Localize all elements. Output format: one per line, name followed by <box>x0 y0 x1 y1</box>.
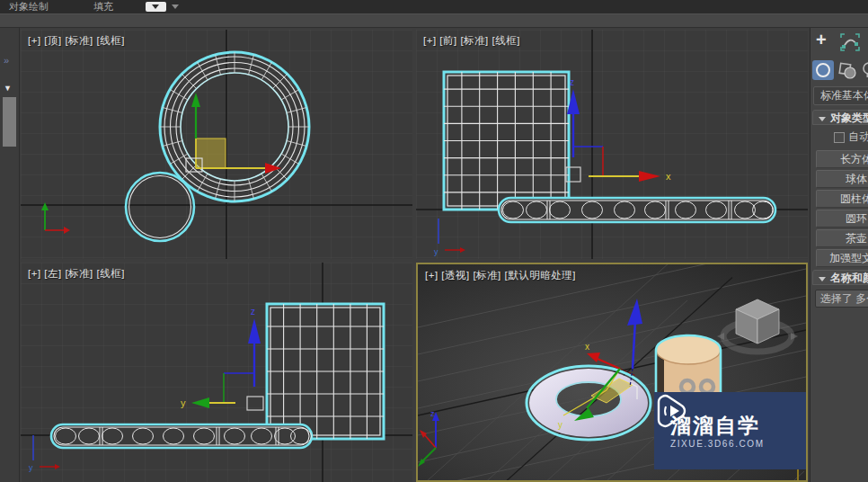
watermark-url: ZIXUE.3D66.COM <box>670 439 765 449</box>
object-name-field[interactable]: 选择了 多个 <box>815 290 868 308</box>
viewport-canvas-top[interactable] <box>21 30 412 259</box>
command-panel: + 标准基本体 对象类型 自动栅格 <box>810 28 868 482</box>
autogrid-label: 自动栅格 <box>848 129 868 145</box>
viewport-perspective[interactable]: x y z <box>416 263 808 482</box>
sidebar-scroll-thumb[interactable] <box>3 97 16 147</box>
box-button[interactable]: 长方体 <box>816 150 868 168</box>
geometry-category-icon[interactable] <box>812 60 834 80</box>
torus-button[interactable]: 圆环 <box>816 210 868 228</box>
viewport-canvas-front[interactable]: z x y <box>416 30 808 259</box>
sphere-button[interactable]: 球体 <box>816 170 868 188</box>
viewport-left[interactable]: z y y [+] [左] [标准] [线框] <box>21 263 412 482</box>
axis-label-x: x <box>666 171 671 182</box>
rollout-arrow-icon <box>819 277 826 281</box>
svg-text:z: z <box>430 409 435 418</box>
teapot-button[interactable]: 茶壶 <box>816 229 868 247</box>
rollout-arrow-icon <box>819 117 826 121</box>
viewport-label-perspective[interactable]: [+] [透视] [标准] [默认明暗处理] <box>425 269 576 282</box>
ribbon-tab-fill[interactable]: 填充 <box>93 0 113 13</box>
axis-label-x: x <box>585 342 589 352</box>
axis-label-y: y <box>558 420 562 430</box>
textplus-button[interactable]: 加强型文本 <box>816 249 868 267</box>
dropdown-caret-icon[interactable] <box>172 4 179 9</box>
collapse-arrow-icon[interactable]: ▼ <box>4 84 12 93</box>
viewport-canvas-left[interactable]: z y y <box>21 263 412 482</box>
axis-label-z: z <box>570 77 574 87</box>
shapes-category-icon[interactable] <box>837 60 858 80</box>
svg-text:y: y <box>434 247 438 256</box>
cylinder-wireframe-front[interactable] <box>444 72 569 210</box>
main-toolbar <box>0 13 868 28</box>
ribbon-bar: 对象绘制 填充 <box>0 0 868 13</box>
max-window: 对象绘制 填充 » ▼ <box>0 0 868 482</box>
viewport-label-top[interactable]: [+] [顶] [标准] [线框] <box>28 34 125 48</box>
watermark: 溜溜自学 ZIXUE.3D66.COM <box>654 392 808 469</box>
torus-wireframe-left[interactable] <box>51 424 312 448</box>
play-logo-icon <box>654 392 688 430</box>
viewport-label-front[interactable]: [+] [前] [标准] [线框] <box>423 34 520 48</box>
left-sidebar: » ▼ <box>0 28 20 482</box>
modify-tab-icon[interactable] <box>839 32 861 52</box>
ribbon-tab-object-paint[interactable]: 对象绘制 <box>9 0 49 13</box>
create-tab[interactable]: + <box>816 30 827 50</box>
viewport-front[interactable]: z x y [+] [前] [标准] [线框] <box>416 30 808 259</box>
category-dropdown[interactable]: 标准基本体 <box>813 86 868 105</box>
name-color-rollout[interactable]: 名称和颜色 <box>812 270 868 285</box>
autogrid-checkbox[interactable] <box>834 132 845 143</box>
axis-label-y: y <box>181 397 186 408</box>
object-type-rollout[interactable]: 对象类型 <box>812 110 868 125</box>
torus-wireframe-front[interactable] <box>499 198 775 222</box>
lights-category-icon[interactable] <box>860 60 868 80</box>
svg-text:y: y <box>29 463 33 472</box>
cylinder-button[interactable]: 圆柱体 <box>816 190 868 208</box>
paint-dropdown-icon[interactable] <box>146 2 166 12</box>
cylinder-wireframe-left[interactable] <box>267 304 384 439</box>
viewport-label-left[interactable]: [+] [左] [标准] [线框] <box>28 267 125 281</box>
axis-label-z: z <box>251 307 255 317</box>
viewport-top[interactable]: [+] [顶] [标准] [线框] <box>21 30 412 259</box>
expand-chevrons-icon[interactable]: » <box>4 55 9 66</box>
